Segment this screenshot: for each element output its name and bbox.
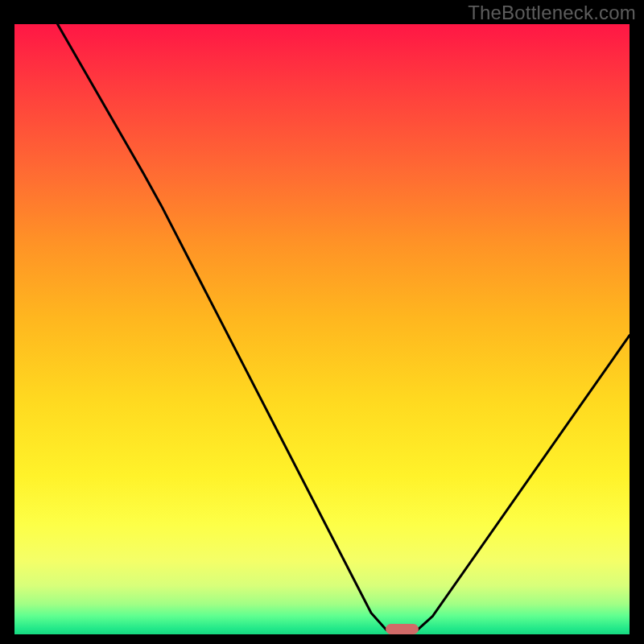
chart-frame: TheBottleneck.com bbox=[0, 0, 644, 644]
plot-area bbox=[14, 24, 630, 634]
bottleneck-curve bbox=[14, 24, 630, 634]
optimum-marker bbox=[386, 624, 419, 634]
watermark-text: TheBottleneck.com bbox=[468, 2, 636, 24]
